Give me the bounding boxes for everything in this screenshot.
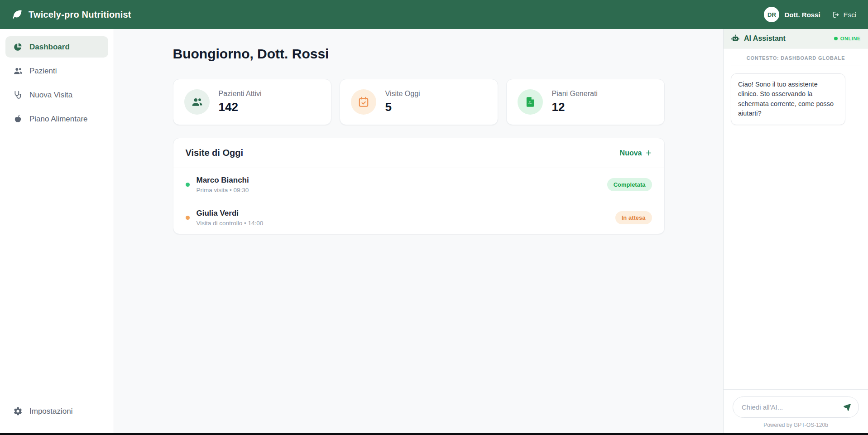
logout-icon bbox=[832, 11, 840, 19]
sidebar-item-piano-alimentare[interactable]: Piano Alimentare bbox=[5, 108, 108, 130]
status-badge: Completata bbox=[607, 178, 652, 191]
topbar-right: DR Dott. Rossi Esci bbox=[764, 7, 856, 22]
main-content: Buongiorno, Dott. Rossi Pazienti Attivi … bbox=[114, 29, 723, 433]
visits-card-header: Visite di Oggi Nuova bbox=[173, 138, 664, 168]
stats-row: Pazienti Attivi 142 Visite Oggi 5 bbox=[173, 79, 665, 125]
stat-card-visite-oggi: Visite Oggi 5 bbox=[340, 79, 498, 125]
status-dot bbox=[186, 183, 190, 187]
stat-value: 142 bbox=[219, 100, 262, 114]
visit-detail: Visita di controllo • 14:00 bbox=[197, 220, 264, 227]
users-icon bbox=[13, 66, 23, 76]
status-indicator: ONLINE bbox=[834, 36, 861, 41]
logout-label: Esci bbox=[844, 11, 856, 19]
leaf-logo-icon bbox=[12, 9, 23, 20]
stat-label: Pazienti Attivi bbox=[219, 90, 262, 98]
avatar: DR bbox=[764, 7, 779, 22]
sidebar-item-label: Nuova Visita bbox=[29, 91, 72, 100]
stat-value: 5 bbox=[385, 100, 420, 114]
patient-name: Giulia Verdi bbox=[197, 209, 264, 218]
assistant-header: AI Assistant ONLINE bbox=[724, 29, 868, 48]
calendar-check-icon bbox=[351, 89, 376, 115]
pdf-file-icon bbox=[518, 89, 543, 115]
plus-icon bbox=[645, 150, 652, 156]
visit-row-giulia-verdi[interactable]: Giulia Verdi Visita di controllo • 14:00… bbox=[173, 201, 664, 234]
status-dot bbox=[186, 216, 190, 220]
stat-value: 12 bbox=[552, 100, 598, 114]
sidebar-item-label: Pazienti bbox=[29, 67, 57, 76]
stat-label: Piani Generati bbox=[552, 90, 598, 98]
send-button[interactable] bbox=[841, 401, 853, 413]
visit-row-marco-bianchi[interactable]: Marco Bianchi Prima visita • 09:30 Compl… bbox=[173, 168, 664, 201]
online-label: ONLINE bbox=[840, 36, 861, 41]
sidebar-nav: Dashboard Pazienti Nuova Visita Piano Al… bbox=[0, 29, 114, 394]
topbar: Twicely-pro Nutritionist DR Dott. Rossi … bbox=[0, 0, 868, 29]
page-title: Buongiorno, Dott. Rossi bbox=[173, 46, 665, 62]
online-dot-icon bbox=[834, 37, 838, 40]
stat-card-piani-generati: Piani Generati 12 bbox=[506, 79, 665, 125]
user-menu[interactable]: DR Dott. Rossi bbox=[764, 7, 820, 22]
robot-icon bbox=[731, 34, 740, 43]
sidebar-item-label: Impostazioni bbox=[29, 407, 72, 416]
sidebar-item-dashboard[interactable]: Dashboard bbox=[5, 36, 108, 58]
stat-card-pazienti-attivi: Pazienti Attivi 142 bbox=[173, 79, 331, 125]
assistant-title: AI Assistant bbox=[744, 34, 786, 43]
sidebar-footer: Impostazioni bbox=[0, 394, 114, 433]
new-visit-label: Nuova bbox=[620, 149, 642, 157]
stat-label: Visite Oggi bbox=[385, 90, 420, 98]
ai-assistant-panel: AI Assistant ONLINE CONTESTO: DASHBOARD … bbox=[723, 29, 868, 433]
logout-button[interactable]: Esci bbox=[832, 11, 856, 19]
app-title: Twicely-pro Nutritionist bbox=[29, 10, 131, 20]
sidebar-item-label: Dashboard bbox=[29, 43, 70, 52]
visit-detail: Prima visita • 09:30 bbox=[197, 187, 249, 193]
pie-chart-icon bbox=[13, 42, 23, 52]
ai-chat-input[interactable] bbox=[733, 396, 859, 418]
powered-by-label: Powered by GPT-OS-120b bbox=[733, 422, 859, 428]
patient-name: Marco Bianchi bbox=[197, 176, 249, 185]
visits-card: Visite di Oggi Nuova Marco Bianchi Prima… bbox=[173, 138, 665, 234]
status-badge: In attesa bbox=[615, 211, 652, 224]
stethoscope-icon bbox=[13, 90, 23, 100]
assistant-message: Ciao! Sono il tuo assistente clinico. St… bbox=[731, 73, 845, 125]
visits-title: Visite di Oggi bbox=[186, 148, 243, 158]
sidebar-item-impostazioni[interactable]: Impostazioni bbox=[5, 401, 108, 422]
apple-icon bbox=[13, 114, 23, 124]
chat-messages: Ciao! Sono il tuo assistente clinico. St… bbox=[724, 66, 868, 389]
context-label: CONTESTO: DASHBOARD GLOBALE bbox=[731, 48, 861, 66]
users-icon bbox=[184, 89, 210, 115]
gear-icon bbox=[13, 406, 23, 416]
sidebar: Dashboard Pazienti Nuova Visita Piano Al… bbox=[0, 29, 114, 433]
sidebar-item-pazienti[interactable]: Pazienti bbox=[5, 60, 108, 82]
chat-footer: Powered by GPT-OS-120b bbox=[724, 389, 868, 433]
bottom-edge-strip bbox=[0, 433, 868, 435]
sidebar-item-nuova-visita[interactable]: Nuova Visita bbox=[5, 84, 108, 106]
paper-plane-icon bbox=[843, 403, 852, 412]
sidebar-item-label: Piano Alimentare bbox=[29, 115, 88, 124]
user-name: Dott. Rossi bbox=[784, 11, 820, 19]
new-visit-button[interactable]: Nuova bbox=[620, 149, 652, 157]
